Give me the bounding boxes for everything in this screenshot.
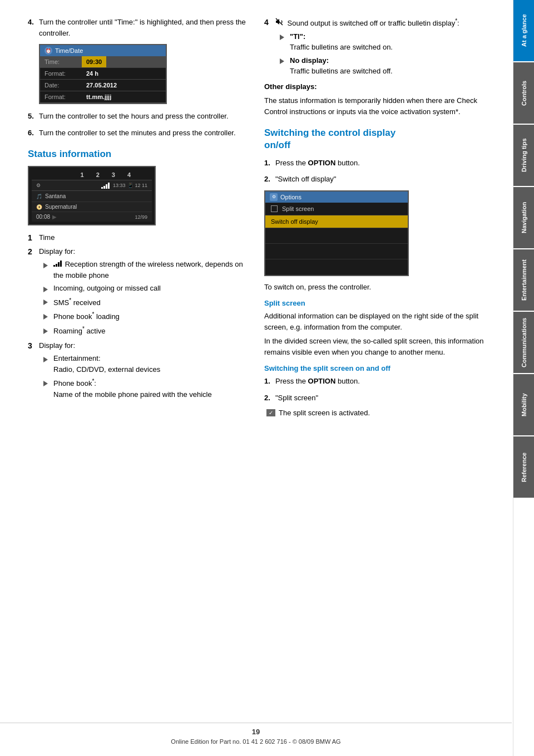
step-6-text: Turn the controller to set the minutes a… [39, 127, 248, 139]
bullet-icon [43, 328, 48, 334]
mute-icon [275, 18, 283, 26]
status-gear-icon: ⚙ [36, 183, 41, 188]
bullet-icon [43, 314, 48, 320]
signal-icon [101, 182, 110, 189]
screen-title-text: Time/Date [55, 47, 83, 54]
switch-step-1-num: 1. [264, 158, 275, 169]
sidebar-tab-communications[interactable]: Communications [513, 312, 535, 373]
bullet-sms: SMS* received [43, 296, 248, 308]
sidebar: At a glance Controls Driving tips Naviga… [513, 0, 534, 756]
sidebar-tab-driving-tips[interactable]: Driving tips [513, 125, 535, 186]
split-step-1-num: 1. [264, 376, 275, 387]
bullet-phonebook-text: Phone book* loading [53, 310, 120, 322]
bullet-phonebook2-text: Phone book*:Name of the mobile phone pai… [53, 377, 212, 400]
signal-bars [53, 260, 62, 267]
play-indicator: ▶ [52, 214, 57, 220]
split-screen-text1: Additional information can be displayed … [264, 311, 484, 332]
legend-2: 2 Display for: [28, 246, 248, 258]
sidebar-tab-entertainment[interactable]: Entertainment [513, 249, 535, 311]
format1-value: 24 h [82, 68, 103, 79]
switch-display-heading: Switching the control displayon/off [264, 127, 484, 151]
options-split-screen-row: Split screen [265, 203, 408, 215]
time-label: Time: [40, 56, 82, 67]
bullet-reception-text: Reception strength of the wireless netwo… [53, 259, 248, 281]
bullet-entertainment: Entertainment:Radio, CD/DVD, external de… [43, 353, 248, 375]
legend-2-num: 2 [28, 246, 39, 258]
status-num-2: 2 [96, 171, 100, 178]
format1-label: Format: [40, 68, 82, 79]
sidebar-tab-navigation[interactable]: Navigation [513, 187, 535, 248]
album-name: Supernatural [45, 204, 77, 210]
bullet-calls-text: Incoming, outgoing or missed call [53, 283, 161, 294]
switchoff-label: Switch off display [271, 218, 318, 225]
format1-row: Format: 24 h [40, 68, 166, 80]
sidebar-tab-reference[interactable]: Reference [513, 436, 535, 498]
date-label: Date: [40, 80, 82, 91]
legend-3-text: Display for: [39, 340, 248, 352]
options-title: ⚙ Options [265, 192, 408, 203]
options-title-text: Options [280, 194, 301, 200]
switch-step-2: 2. "Switch off display" [264, 174, 484, 185]
format2-row: Format: tt.mm.jjjj [40, 91, 166, 103]
sidebar-tab-at-a-glance[interactable]: At a glance [513, 0, 535, 61]
switch-step-1: 1. Press the OPTION button. [264, 158, 484, 169]
bullet-icon [43, 300, 48, 305]
options-screen: ⚙ Options Split screen Switch off displa… [264, 190, 409, 276]
bullet-ti: "TI":Traffic bulletins are switched on. [280, 31, 484, 53]
timedate-screen: ⏰ Time/Date Time: 09:30 Format: 24 h Dat… [39, 44, 167, 104]
options-switchoff-row: Switch off display [265, 215, 408, 228]
bullet-calls: Incoming, outgoing or missed call [43, 283, 248, 294]
legend-2-bullets: Reception strength of the wireless netwo… [38, 259, 248, 337]
split-step-2-num: 2. [264, 392, 275, 404]
step-5-number: 5. [28, 111, 39, 122]
time-value: 09:30 [82, 56, 106, 67]
bullet-entertainment-text: Entertainment:Radio, CD/DVD, external de… [53, 353, 160, 375]
step-4-text: Turn the controller until "Time:" is hig… [39, 17, 248, 38]
item-4-subitems: "TI":Traffic bulletins are switched on. … [274, 31, 484, 77]
music-icon: 🎵 [36, 194, 42, 199]
status-section-heading: Status information [28, 148, 248, 160]
bullet-icon [43, 287, 48, 292]
legend-2-text: Display for: [39, 246, 248, 258]
status-num-1: 1 [81, 171, 84, 178]
split-step-2-text: "Split screen" [275, 392, 484, 404]
screen-title: ⏰ Time/Date [40, 45, 166, 56]
sidebar-tab-mobility[interactable]: Mobility [513, 374, 535, 435]
step-5: 5. Turn the controller to set the hours … [28, 111, 248, 122]
bullet-icon [43, 263, 48, 268]
track-number: 12/99 [135, 214, 147, 220]
split-step-1-text: Press the OPTION button. [275, 376, 484, 387]
item-4-num: 4 [264, 17, 275, 29]
date-value: 27.05.2012 [82, 80, 121, 91]
other-displays-text: The status information is temporarily hi… [264, 95, 484, 117]
step-4-number: 4. [28, 17, 39, 38]
item-4: 4 Sound output is switched off or traffi… [264, 17, 484, 29]
split-screen-heading: Split screen [264, 299, 484, 307]
footer-text: Online Edition for Part no. 01 41 2 602 … [171, 738, 340, 745]
status-num-3: 3 [112, 171, 115, 178]
bullet-icon [43, 381, 48, 386]
options-empty-row-2 [265, 244, 408, 259]
legend-1-num: 1 [28, 232, 39, 244]
status-num-4: 4 [127, 171, 131, 178]
checkmark-icon: ✓ [266, 409, 275, 416]
bullet-phonebook: Phone book* loading [43, 310, 248, 322]
time-display: 13:33 [113, 183, 126, 188]
options-icon: ⚙ [270, 193, 278, 201]
other-displays-heading: Other displays: [264, 81, 484, 92]
page-number: 19 [0, 728, 512, 736]
split-step-1: 1. Press the OPTION button. [264, 376, 484, 387]
bullet-reception: Reception strength of the wireless netwo… [43, 259, 248, 281]
options-empty-row-1 [265, 228, 408, 244]
phone-icon: 📱 [127, 183, 134, 188]
split-result-text: The split screen is activated. [279, 409, 370, 417]
bullet-sms-text: SMS* received [53, 296, 101, 308]
step-6-number: 6. [28, 127, 39, 139]
sidebar-tab-controls[interactable]: Controls [513, 62, 535, 124]
switch-step-2-num: 2. [264, 174, 275, 185]
legend-1-text: Time [39, 232, 248, 244]
split-screen-label: Split screen [282, 205, 314, 212]
page-footer: 19 Online Edition for Part no. 01 41 2 6… [0, 723, 512, 745]
switching-split-heading: Switching the split screen on and off [264, 364, 484, 372]
step-6: 6. Turn the controller to set the minute… [28, 127, 248, 139]
